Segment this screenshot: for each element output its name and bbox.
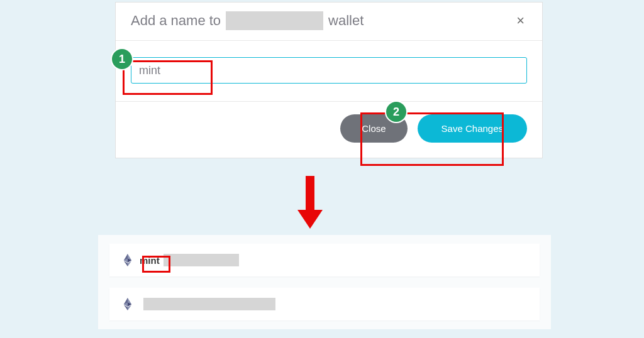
arrow-down-icon	[297, 176, 323, 232]
redacted-wallet-id	[226, 11, 323, 30]
ethereum-icon	[123, 254, 132, 266]
annotation-badge-1: 1	[111, 48, 133, 70]
redacted-address	[164, 254, 239, 266]
wallet-list-panel: mint	[98, 235, 551, 329]
dialog-title-prefix: Add a name to	[131, 13, 221, 29]
save-changes-button[interactable]: Save Changes	[418, 114, 527, 143]
wallet-row[interactable]: mint	[109, 244, 540, 276]
dialog-header: Add a name to wallet ×	[116, 3, 542, 41]
name-wallet-dialog: Add a name to wallet × Close Save Change…	[115, 2, 543, 158]
dialog-footer: Close Save Changes	[116, 102, 542, 158]
dialog-title: Add a name to wallet	[131, 11, 364, 30]
ethereum-icon	[123, 298, 132, 310]
wallet-row[interactable]	[109, 288, 540, 320]
dialog-body	[116, 41, 542, 102]
close-icon[interactable]: ×	[514, 13, 527, 29]
annotation-badge-2: 2	[385, 101, 408, 123]
wallet-name-input[interactable]	[131, 57, 527, 84]
wallet-name-label: mint	[140, 255, 160, 266]
dialog-title-suffix: wallet	[328, 13, 364, 29]
redacted-address	[143, 298, 275, 310]
